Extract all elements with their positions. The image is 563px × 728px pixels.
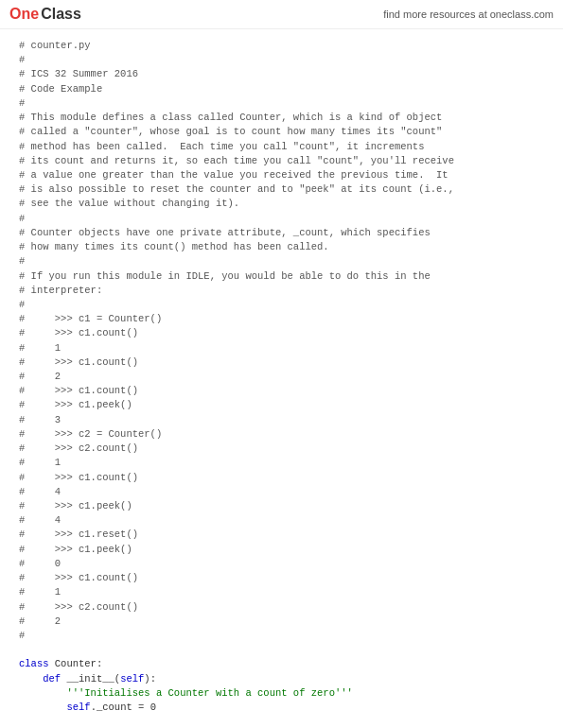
logo-one: One xyxy=(9,6,39,23)
code-line: # >>> c1.peek() xyxy=(19,500,132,511)
code-line: # is also possible to reset the counter … xyxy=(19,183,454,195)
code-line: # This module defines a class called Cou… xyxy=(19,112,442,123)
code-line: # >>> c1.peek() xyxy=(19,399,132,410)
code-line: # >>> c2.count() xyxy=(19,442,138,454)
code-line: # how many times its count() method has … xyxy=(19,241,329,252)
code-line: # 2 xyxy=(19,615,61,627)
logo-class: Class xyxy=(41,6,81,23)
code-line: # xyxy=(19,299,25,310)
code-line: # 4 xyxy=(19,486,61,497)
code-line: # >>> c1.count() xyxy=(19,327,138,338)
code-line: # xyxy=(19,255,25,267)
code-line: # xyxy=(19,213,25,224)
code-line: # Counter objects have one private attri… xyxy=(19,227,431,238)
code-line: # method has been called. Each time you … xyxy=(19,141,424,152)
code-line: # xyxy=(19,630,25,641)
code-line: # >>> c1.count() xyxy=(19,356,138,368)
code-line: # 1 xyxy=(19,342,61,354)
code-line: # >>> c1.count() xyxy=(19,472,138,483)
code-line: # >>> c2 = Counter() xyxy=(19,428,162,440)
code-line: # >>> c1.reset() xyxy=(19,529,138,540)
code-line: self._count = 0 xyxy=(19,702,156,713)
code-line: class Counter: xyxy=(19,658,102,669)
code-line: # its count and returns it, so each time… xyxy=(19,155,454,166)
code-line: # >>> c1.peek() xyxy=(19,544,132,555)
code-line: # see the value without changing it). xyxy=(19,198,239,209)
header-tagline: find more resources at oneclass.com xyxy=(383,9,554,20)
code-line: # 0 xyxy=(19,558,61,569)
code-line: # 1 xyxy=(19,586,61,598)
code-line: # >>> c2.count() xyxy=(19,601,138,613)
code-line: # Code Example xyxy=(19,83,102,95)
code-line: # >>> c1.count() xyxy=(19,572,138,583)
code-line: # xyxy=(19,97,25,109)
code-line: # >>> c1.count() xyxy=(19,385,138,396)
code-line: '''Initialises a Counter with a count of… xyxy=(19,687,353,699)
code-line: # 3 xyxy=(19,414,61,425)
code-block: # counter.py # # ICS 32 Summer 2016 # Co… xyxy=(19,39,544,728)
code-line: # counter.py xyxy=(19,40,91,51)
code-line: # a value one greater than the value you… xyxy=(19,169,449,181)
main-content: # counter.py # # ICS 32 Summer 2016 # Co… xyxy=(0,29,563,728)
code-line: # If you run this module in IDLE, you wo… xyxy=(19,270,431,282)
code-line: # 1 xyxy=(19,457,61,468)
code-line: # interpreter: xyxy=(19,285,102,296)
logo: OneClass xyxy=(9,6,81,23)
code-line: # called a "counter", whose goal is to c… xyxy=(19,126,442,137)
code-line: # 2 xyxy=(19,371,61,382)
code-line: # xyxy=(19,54,25,65)
code-line: def __init__(self): xyxy=(19,673,156,685)
code-line: # >>> c1 = Counter() xyxy=(19,313,162,324)
code-line: # 4 xyxy=(19,514,61,526)
code-line: # ICS 32 Summer 2016 xyxy=(19,68,138,79)
page-header: OneClass find more resources at oneclass… xyxy=(0,0,563,29)
